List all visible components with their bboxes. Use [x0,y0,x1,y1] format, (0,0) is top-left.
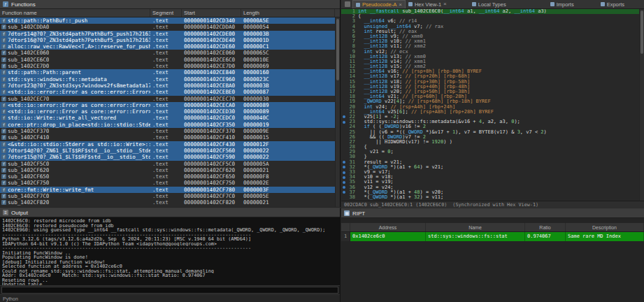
function-row[interactable]: fstd::path::Path::parent.text00000001402… [0,69,335,76]
column-header-name[interactable]: Name [426,223,525,231]
column-header-address[interactable]: Address [350,223,426,231]
functions-titlebar[interactable]: ƒ Functions [0,0,340,9]
cell-start: 00000001402CF410 [182,134,241,141]
breakpoint-dot[interactable] [343,166,345,168]
cell-segment: .text [150,63,182,69]
function-row[interactable]: fcore::ptr::drop_in_place<std::io::stdio… [0,122,335,128]
function-icon: f [1,122,6,127]
scrollbar-thumb[interactable] [641,10,643,54]
functions-list[interactable]: fstd::path::PathBuf::_push.text000000014… [0,17,340,207]
code-line[interactable]: 29 v21 = 0; [341,150,639,154]
match-list[interactable]: 10x1402ce6c0std::sys::windows::fs::stat0… [341,232,644,302]
breakpoint-dot[interactable] [343,121,345,124]
cell-length: 00000021 [241,167,335,173]
function-row[interactable]: f7dtor$15@?0?_ZN61_$LT$$RF$std__io__stdi… [0,154,335,160]
output-log[interactable]: 1402CE6C0: restored microcode from idb14… [0,217,340,285]
match-titlebar[interactable]: ▦ RIPT [341,209,644,218]
tab-imports[interactable]: Imports [548,0,577,8]
column-header-segment[interactable]: Segment [150,9,182,17]
function-row[interactable]: fsub_1402CE6C0.text00000001402CE6C000000… [0,57,335,63]
python-cli-input[interactable] [1,287,338,294]
column-header-ratio[interactable]: Ratio [525,223,566,231]
function-name-text: std::io::Write::write_all_vectored [8,115,116,121]
function-row[interactable]: f<&std::io::stdio::Stderr as std::io::Wr… [0,141,335,148]
function-row[interactable]: f7dtor$16@?0?_ZN3std4path7PathBuf5_push1… [0,37,335,43]
function-row[interactable]: fsub_1402CF410.text00000001402CF41000000… [0,134,335,141]
function-row[interactable]: fsub_1402CEC70.text00000001402CEC7000000… [0,96,335,102]
line-number: 1 [341,9,358,14]
function-row[interactable]: fsub_1402CF7C0.text00000001402CF7C000000… [0,193,335,199]
functions-scrollbar[interactable] [335,17,340,207]
column-header-length[interactable]: Length [241,9,335,17]
code-line[interactable]: 1int __fastcall sub_1402CE6C0(__int64 a1… [341,9,639,14]
function-row[interactable]: fcore::fmt::Write::write_fmt.text0000000… [0,187,335,193]
tab-exports[interactable]: Exports [598,0,627,8]
function-icon: f [1,18,6,23]
function-row[interactable]: f7dtor$4@?0?_ZN61_$LT$$RF$std__io__stdio… [0,148,335,154]
breakpoint-dot[interactable] [343,191,345,194]
close-icon[interactable]: × [399,2,402,8]
cell-length: 0000065C [241,50,335,56]
window-menu-icon[interactable] [345,1,350,7]
column-header-function-name[interactable]: Function name [0,9,150,17]
function-row[interactable]: fsub_1402CF750.text00000001402CF75000000… [0,180,335,186]
function-row[interactable]: f7dtor$14@?0?_ZN3std4path7PathBuf5_push1… [0,31,335,37]
function-row[interactable]: fsub_1402CE7D0.text00000001402CE7D000000… [0,63,335,69]
breakpoint-dot[interactable] [343,181,345,184]
function-row[interactable]: fsub_1402CDDA0.text00000001402CDDA000000… [0,24,335,30]
function-name-text: <std::io::error::Error as core::error::E… [8,102,150,108]
cell-function-name: f<&std::io::stdio::Stderr as std::io::Wr… [0,141,150,148]
function-row[interactable]: fstd::sys::windows::fs::metadata.text000… [0,76,335,82]
column-header-index [341,223,350,231]
function-icon: f [1,70,6,75]
cell-segment: .text [150,141,182,148]
tab-local-types[interactable]: Local Types [469,0,509,8]
function-name-text: sub_1402CF370 [8,128,49,134]
close-icon[interactable]: × [443,1,447,7]
function-icon: f [1,44,6,49]
function-row[interactable]: fsub_1402CF820.text00000001402CF82000000… [0,199,335,206]
cell-function-name: fsub_1402CE060 [0,50,150,56]
function-row[interactable]: f<std::io::error::Error as core::error::… [0,102,335,108]
breakpoint-dot[interactable] [343,186,345,189]
function-row[interactable]: fsub_1402CF650.text00000001402CF65000000… [0,173,335,180]
function-row[interactable]: f<std::io::error::Error as core::error::… [0,108,335,115]
match-row[interactable]: 10x1402ce6c0std::sys::windows::fs::stat0… [341,232,644,241]
scrollbar-thumb[interactable] [336,19,339,80]
tab-icon [472,2,476,6]
column-header-description[interactable]: Description [566,223,644,231]
cell-segment: .text [150,128,182,134]
function-row[interactable]: fsub_1402CF620.text00000001402CF62000000… [0,167,335,173]
function-row[interactable]: falloc::raw_vec::RawVec<T,A>::reserve_fo… [0,43,335,50]
cell-segment: .text [150,154,182,160]
breakpoint-dot[interactable] [343,161,345,164]
cell-length: 00000160 [241,69,335,76]
cli-language-label[interactable]: Python [3,296,18,301]
cell-start: 00000001402CEDC0 [182,115,241,121]
function-row[interactable]: fsub_1402CE060.text00000001402CE06000000… [0,50,335,56]
tab-pseudocode-a[interactable]: Pseudocode-A× [352,0,406,8]
function-name-text: sub_1402CF410 [8,134,49,141]
breakpoint-dot[interactable] [343,115,345,118]
function-row[interactable]: fsub_1402CF370.text00000001402CF37000000… [0,128,335,134]
code-line[interactable]: 38 *(_QWORD *)(a1 + 32) = v11; [341,195,639,200]
function-row[interactable]: fstd::path::PathBuf::_push.text000000014… [0,17,335,24]
tab-icon [408,2,413,6]
cell-segment: .text [150,187,182,193]
pseudocode-view[interactable]: 1int __fastcall sub_1402CE6C0(__int64 a1… [341,9,639,201]
column-header-start[interactable]: Start [182,9,241,17]
breakpoint-dot[interactable] [343,171,345,174]
function-name-text: sub_1402CF820 [8,199,49,206]
function-icon: f [1,115,6,120]
function-row[interactable]: fsub_1402CF5C0.text00000001402CF5C000000… [0,161,335,167]
tab-hex-view-1[interactable]: Hex View-1× [406,0,450,8]
pseudocode-scrollbar[interactable] [639,9,644,201]
code-line[interactable]: 27 || HIDWORD(v17) != 1920) ) [341,140,639,145]
function-row[interactable]: f7dtor$23@?0?_ZN3std3sys7windows2fs8meta… [0,82,335,89]
function-name-text: sub_1402CF7C0 [8,193,49,199]
output-titlebar[interactable]: ≡ Output [0,208,340,217]
function-row[interactable]: fstd::io::Write::write_all_vectored.text… [0,115,335,121]
function-row[interactable]: f<std::io::error::Error as core::error::… [0,89,335,95]
breakpoint-dot[interactable] [343,176,345,179]
line-number: 38 [341,195,358,200]
